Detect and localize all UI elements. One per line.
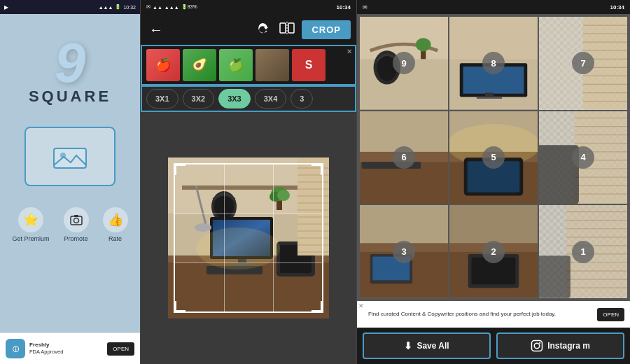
play-icon: ▶ xyxy=(4,4,8,10)
premium-label: Get Premium xyxy=(12,235,49,242)
cell-number-1: 1 xyxy=(572,241,594,263)
cell-number-9: 9 xyxy=(393,52,415,74)
download-icon: ⬇ xyxy=(404,340,412,351)
grid-cell-5[interactable]: 5 xyxy=(449,111,538,204)
ad-open-button-3[interactable]: OPEN xyxy=(597,308,624,321)
crop-corner-br xyxy=(312,301,323,312)
grid-cell-4[interactable]: 4 xyxy=(539,111,627,204)
message-icon-3: ✉ xyxy=(363,4,368,10)
svg-text:ⓘ: ⓘ xyxy=(13,346,20,353)
save-all-button[interactable]: ⬇ Save All xyxy=(363,332,491,359)
cell-number-5: 5 xyxy=(482,146,505,169)
svg-point-3 xyxy=(74,218,78,223)
crop-corner-tl xyxy=(174,164,186,175)
tab-3x1[interactable]: 3X1 xyxy=(146,89,178,108)
ad-close-button-3[interactable]: ✕ xyxy=(358,302,364,309)
grid-cell-6[interactable]: 6 xyxy=(360,111,448,204)
grid-line-v1 xyxy=(224,164,225,312)
instagram-icon xyxy=(531,340,543,352)
ad-banner-1: ⓘ Freshly FDA Approved OPEN xyxy=(0,332,140,364)
crop-area xyxy=(141,112,356,364)
svg-rect-4 xyxy=(74,215,78,217)
instagram-button[interactable]: Instagra m xyxy=(496,332,624,359)
wifi-icon-1: ▲▲▲ xyxy=(99,5,113,10)
cell-number-8: 8 xyxy=(482,52,505,74)
svg-rect-8 xyxy=(288,23,294,33)
strip-thumb-2[interactable]: 🥑 xyxy=(183,49,216,81)
status-icons-1: ▲▲▲ 🔋 10:32 xyxy=(99,4,136,10)
bottom-actions: ⭐ Get Premium Promote 👍 Rate xyxy=(12,207,127,242)
logo-nine: 9 xyxy=(55,35,86,91)
tab-3x5[interactable]: 3 xyxy=(290,89,313,108)
time-2: 10:34 xyxy=(337,4,351,10)
bottom-bar-3: ⬇ Save All Instagra m xyxy=(357,328,630,364)
strip-thumb-5[interactable]: S xyxy=(292,49,326,81)
grid-line-v2 xyxy=(273,164,274,312)
ad-tagline-1: FDA Approved xyxy=(29,349,103,356)
refresh-button[interactable] xyxy=(253,18,272,41)
back-button[interactable]: ← xyxy=(146,19,166,41)
tab-3x3[interactable]: 3X3 xyxy=(218,89,251,108)
premium-button[interactable]: ⭐ Get Premium xyxy=(12,207,49,242)
tab-3x2[interactable]: 3X2 xyxy=(183,89,215,108)
save-all-label: Save All xyxy=(416,341,449,351)
strip-thumb-3[interactable]: 🍏 xyxy=(219,49,253,81)
status-icons-2: ✉ ▲▲ ▲▲▲ 🔋83% xyxy=(146,4,197,10)
crop-button[interactable]: CROP xyxy=(302,20,351,39)
cell-number-4: 4 xyxy=(572,146,594,169)
logo-square-text: SQUARE xyxy=(29,88,111,106)
svg-rect-57 xyxy=(477,97,502,99)
panel-home: ▶ ▲▲▲ 🔋 10:32 9 SQUARE ⭐ Get Premium xyxy=(0,0,140,364)
image-upload-icon xyxy=(52,143,88,171)
svg-rect-7 xyxy=(280,23,286,33)
crop-corner-bl xyxy=(174,301,186,312)
svg-point-119 xyxy=(539,342,540,344)
grid-image-area: 9 8 xyxy=(357,14,630,301)
ad-banner-3: ✕ Find curated Content & Copywriter posi… xyxy=(357,301,630,328)
grid-cell-8[interactable]: 8 xyxy=(449,17,538,110)
battery-icon-1: 🔋 xyxy=(115,4,121,10)
status-bar-3: ✉ 10:34 xyxy=(357,0,630,14)
cell-number-7: 7 xyxy=(572,52,594,74)
message-icon-2: ✉ xyxy=(146,4,150,10)
status-bar-1: ▶ ▲▲▲ 🔋 10:32 xyxy=(0,0,140,14)
instagram-label: Instagra m xyxy=(547,341,590,351)
toolbar-2: ← CROP xyxy=(141,14,356,45)
grid-cell-9[interactable]: 9 xyxy=(360,17,448,110)
mirror-button[interactable] xyxy=(276,18,298,41)
strip-thumb-1[interactable]: 🍎 xyxy=(146,49,180,81)
crop-image-container[interactable] xyxy=(168,158,329,318)
grid-cell-1[interactable]: 1 xyxy=(539,205,627,298)
promote-button[interactable]: Promote xyxy=(64,207,89,242)
cell-number-2: 2 xyxy=(482,241,505,263)
ad-open-button-1[interactable]: OPEN xyxy=(107,342,134,356)
star-icon: ⭐ xyxy=(18,207,43,232)
svg-point-51 xyxy=(416,38,431,51)
thumbs-up-icon: 👍 xyxy=(103,207,128,232)
panel-crop: ✉ ▲▲ ▲▲▲ 🔋83% 10:34 ← CROP 🍎 xyxy=(140,0,357,364)
grid-cell-2[interactable]: 2 xyxy=(449,205,538,298)
rate-label: Rate xyxy=(108,235,122,242)
strip-close-button[interactable]: ✕ xyxy=(346,48,352,55)
grid-tabs: 3X1 3X2 3X3 3X4 3 xyxy=(141,85,356,112)
svg-point-118 xyxy=(534,343,540,349)
ad-logo-1: ⓘ xyxy=(6,339,25,358)
rate-button[interactable]: 👍 Rate xyxy=(103,207,128,242)
grid-line-h2 xyxy=(175,262,322,263)
grid-line-h1 xyxy=(175,214,322,214)
time-1: 10:32 xyxy=(123,5,136,10)
crop-corner-tr xyxy=(312,164,323,175)
grid-cell-3[interactable]: 3 xyxy=(360,205,448,298)
grid-cell-7[interactable]: 7 xyxy=(539,17,627,110)
camera-icon xyxy=(64,207,89,232)
ad-text-3: Find curated Content & Copywriter positi… xyxy=(363,311,593,318)
cell-number-3: 3 xyxy=(393,241,415,263)
svg-rect-116 xyxy=(539,256,570,298)
svg-rect-117 xyxy=(532,341,542,351)
time-3: 10:34 xyxy=(610,4,624,10)
tab-3x4[interactable]: 3X4 xyxy=(255,89,287,108)
battery-2: 🔋83% xyxy=(181,4,197,10)
ad-text-1: Freshly FDA Approved xyxy=(29,342,103,356)
strip-thumb-4[interactable] xyxy=(255,49,289,81)
upload-area[interactable] xyxy=(24,127,115,186)
